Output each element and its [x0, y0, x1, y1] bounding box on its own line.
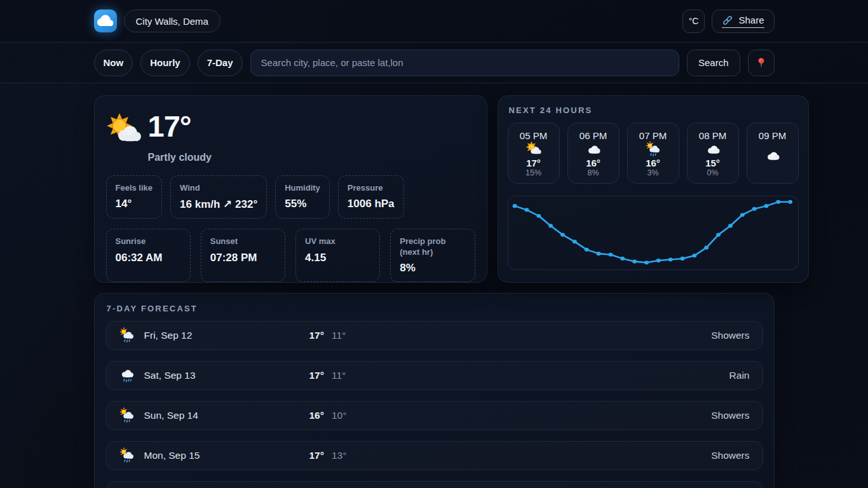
hour-time: 05 PM — [520, 130, 547, 141]
stat-label: Precip prob (next hr) — [400, 236, 465, 257]
stat-precip-prob: Precip prob (next hr) 8% — [390, 229, 475, 282]
temperature-sparkline — [508, 196, 798, 269]
hour-temp: 16° — [646, 158, 660, 168]
current-temperature: 17° — [148, 111, 191, 142]
hour-chip: 09 PM — [747, 123, 799, 184]
cloud-app-icon — [94, 10, 117, 32]
stat-sunrise: Sunrise 06:32 AM — [106, 229, 191, 282]
showers-icon — [645, 141, 661, 158]
rain-icon — [119, 367, 135, 384]
table-row[interactable]: Sun, Sep 14 16° 10° Showers — [105, 401, 763, 430]
temperature-chart — [508, 196, 799, 270]
hour-chip: 08 PM 15° 0% — [687, 123, 739, 184]
tab-hourly[interactable]: Hourly — [140, 50, 190, 76]
hour-precip-prob: 3% — [647, 168, 658, 177]
stat-label: Sunset — [210, 236, 276, 247]
app-logo[interactable] — [94, 10, 117, 32]
stat-value: 1006 hPa — [348, 198, 395, 210]
hour-time: 07 PM — [639, 130, 667, 141]
next-24-hours-card: NEXT 24 HOURS 05 PM 17° 15% 06 PM 16° 8%… — [498, 95, 809, 283]
stat-uv-max: UV max 4.15 — [295, 229, 380, 282]
nav-bar: Now Hourly 7-Day Search — [0, 43, 868, 83]
tab-now[interactable]: Now — [94, 50, 133, 76]
seven-day-forecast-card: 7-DAY FORECAST Fri, Sep 12 17° 11° Showe… — [94, 293, 775, 488]
stat-value: 06:32 AM — [116, 252, 181, 264]
search-input[interactable] — [250, 50, 679, 76]
day-low-temp: 13° — [332, 450, 346, 461]
day-low-temp: 11° — [332, 370, 346, 381]
stat-pressure: Pressure 1006 hPa — [338, 175, 404, 219]
day-summary: Rain — [729, 370, 750, 381]
section-title: NEXT 24 HOURS — [509, 105, 799, 115]
current-conditions-card: 17° Partly cloudy Feels like 14° Wind 16… — [94, 95, 487, 283]
locate-button[interactable] — [748, 50, 775, 76]
location-pill[interactable]: City Walls, Dema — [124, 10, 220, 32]
unit-toggle-button[interactable]: °C — [682, 10, 705, 33]
day-low-temp: 10° — [332, 410, 346, 421]
forecast-list: Fri, Sep 12 17° 11° Showers Sat, Sep 13 … — [105, 321, 763, 488]
search-button[interactable]: Search — [687, 50, 740, 76]
main-content: 17° Partly cloudy Feels like 14° Wind 16… — [94, 83, 775, 488]
share-label: Share — [738, 15, 764, 25]
partly-cloudy-icon — [106, 112, 143, 149]
cloudy-icon — [764, 147, 781, 164]
app-header: City Walls, Dema °C Share Now Hourly 7-D… — [0, 0, 868, 83]
stat-label: UV max — [305, 236, 370, 247]
section-title: 7-DAY FORECAST — [107, 304, 763, 313]
stat-label: Humidity — [285, 183, 320, 193]
showers-icon — [119, 407, 135, 424]
stat-label: Pressure — [348, 183, 395, 193]
stat-wind: Wind 16 km/h ↗ 232° — [170, 175, 267, 219]
table-row[interactable]: Sat, Sep 13 17° 11° Rain — [105, 361, 763, 390]
cloudy-icon — [585, 141, 602, 158]
day-date: Sat, Sep 13 — [144, 370, 196, 381]
stat-value: 16 km/h ↗ 232° — [180, 198, 257, 211]
hour-temp: 15° — [705, 158, 720, 168]
day-high-temp: 17° — [309, 370, 324, 381]
showers-icon — [119, 447, 135, 464]
table-row[interactable]: Fri, Sep 12 17° 11° Showers — [105, 321, 763, 350]
hour-chip: 05 PM 17° 15% — [508, 123, 560, 184]
day-summary: Showers — [711, 410, 749, 421]
hour-time: 08 PM — [699, 130, 726, 141]
tab-7-day[interactable]: 7-Day — [198, 50, 243, 76]
stat-value: 55% — [285, 198, 320, 210]
day-high-temp: 17° — [309, 330, 324, 341]
stat-label: Feels like — [116, 183, 153, 193]
stat-humidity: Humidity 55% — [275, 175, 330, 219]
showers-icon — [119, 327, 135, 344]
hour-precip-prob: 8% — [587, 168, 599, 177]
stat-value: 4.15 — [305, 252, 370, 264]
day-summary: Showers — [711, 450, 749, 461]
day-date: Fri, Sep 12 — [144, 330, 193, 341]
hour-precip-prob: 15% — [526, 168, 541, 177]
day-high-temp: 17° — [309, 450, 324, 461]
stat-value: 14° — [116, 198, 153, 210]
day-high-temp: 16° — [309, 410, 324, 421]
stat-label: Wind — [180, 183, 257, 193]
day-date: Mon, Sep 15 — [144, 450, 200, 461]
stat-value: 07:28 PM — [210, 252, 276, 264]
stats-row: Sunrise 06:32 AM Sunset 07:28 PM UV max … — [106, 229, 475, 282]
current-condition-text: Partly cloudy — [148, 152, 475, 163]
partly-cloudy-icon — [526, 141, 542, 158]
hour-temp: 17° — [526, 158, 541, 168]
stat-value: 8% — [400, 262, 465, 274]
location-label: City Walls, Dema — [136, 16, 208, 27]
hourly-strip[interactable]: 05 PM 17° 15% 06 PM 16° 8% 07 PM 16° 3% — [508, 123, 799, 184]
hour-chip: 07 PM 16° 3% — [627, 123, 679, 184]
hour-chip: 06 PM 16° 8% — [567, 123, 620, 184]
topbar-actions: °C Share — [682, 10, 775, 33]
stat-label: Sunrise — [116, 236, 181, 247]
hour-precip-prob: 0% — [707, 168, 718, 177]
table-row-partial[interactable] — [105, 481, 763, 488]
cloudy-icon — [705, 141, 721, 158]
share-button[interactable]: Share — [712, 10, 774, 33]
stats-row: Feels like 14° Wind 16 km/h ↗ 232° Humid… — [106, 175, 475, 219]
table-row[interactable]: Mon, Sep 15 17° 13° Showers — [105, 441, 763, 470]
brand: City Walls, Dema — [94, 10, 220, 32]
top-bar: City Walls, Dema °C Share — [0, 0, 868, 43]
hour-time: 06 PM — [580, 130, 607, 141]
day-summary: Showers — [711, 330, 749, 341]
day-low-temp: 11° — [332, 330, 346, 341]
